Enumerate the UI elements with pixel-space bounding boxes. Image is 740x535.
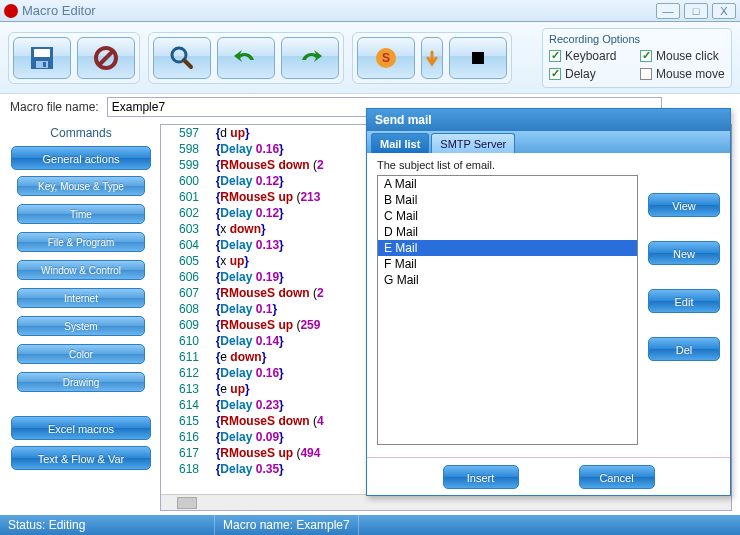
title-bar: Macro Editor — □ X bbox=[0, 0, 740, 22]
svg-line-5 bbox=[99, 51, 113, 65]
recording-options: Recording Options ✓Keyboard ✓Mouse click… bbox=[542, 28, 732, 88]
sidebar-item-key-mouse-type[interactable]: Key, Mouse & Type bbox=[17, 176, 145, 196]
recording-options-legend: Recording Options bbox=[549, 33, 725, 45]
checkbox-mouse-click[interactable]: ✓Mouse click bbox=[640, 49, 725, 63]
record-icon: S bbox=[372, 44, 400, 72]
list-item[interactable]: G Mail bbox=[378, 272, 637, 288]
sidebar-item-general-actions[interactable]: General actions bbox=[11, 146, 151, 170]
send-mail-dialog: Send mail Mail list SMTP Server The subj… bbox=[366, 108, 731, 496]
sidebar-item-excel-macros[interactable]: Excel macros bbox=[11, 416, 151, 440]
tab-smtp-server[interactable]: SMTP Server bbox=[431, 133, 515, 153]
sidebar-item-color[interactable]: Color bbox=[17, 344, 145, 364]
arrow-down-icon bbox=[425, 44, 439, 72]
toolbar-file-group bbox=[8, 32, 140, 84]
window-controls: — □ X bbox=[656, 3, 736, 19]
horizontal-scrollbar[interactable] bbox=[161, 494, 731, 510]
record-button[interactable]: S bbox=[357, 37, 415, 79]
dialog-subject-label: The subject list of email. bbox=[377, 159, 638, 171]
cancel-button[interactable]: Cancel bbox=[579, 465, 655, 489]
scrollbar-thumb[interactable] bbox=[177, 497, 197, 509]
list-item[interactable]: E Mail bbox=[378, 240, 637, 256]
macro-file-label: Macro file name: bbox=[10, 100, 99, 114]
redo-icon bbox=[296, 44, 324, 72]
dialog-tabs: Mail list SMTP Server bbox=[367, 131, 730, 153]
edit-button[interactable]: Edit bbox=[648, 289, 720, 313]
save-icon bbox=[28, 44, 56, 72]
toolbar-record-group: S bbox=[352, 32, 512, 84]
list-item[interactable]: C Mail bbox=[378, 208, 637, 224]
mail-listbox[interactable]: A MailB MailC MailD MailE MailF MailG Ma… bbox=[377, 175, 638, 445]
dialog-title: Send mail bbox=[367, 109, 730, 131]
minimize-button[interactable]: — bbox=[656, 3, 680, 19]
redo-button[interactable] bbox=[281, 37, 339, 79]
toolbar-tools-group bbox=[148, 32, 344, 84]
app-title: Macro Editor bbox=[22, 3, 96, 18]
save-button[interactable] bbox=[13, 37, 71, 79]
checkbox-delay[interactable]: ✓Delay bbox=[549, 67, 634, 81]
app-icon bbox=[4, 4, 18, 18]
view-button[interactable]: View bbox=[648, 193, 720, 217]
svg-rect-10 bbox=[472, 52, 484, 64]
search-button[interactable] bbox=[153, 37, 211, 79]
sidebar-item-time[interactable]: Time bbox=[17, 204, 145, 224]
sidebar: Commands General actions Key, Mouse & Ty… bbox=[0, 120, 160, 515]
svg-rect-2 bbox=[36, 61, 48, 68]
tab-mail-list[interactable]: Mail list bbox=[371, 133, 429, 153]
status-macro-name: Macro name: Example7 bbox=[215, 515, 359, 535]
stop-icon bbox=[464, 44, 492, 72]
svg-rect-3 bbox=[43, 62, 46, 67]
status-left: Status: Editing bbox=[0, 515, 215, 535]
new-button[interactable]: New bbox=[648, 241, 720, 265]
list-item[interactable]: F Mail bbox=[378, 256, 637, 272]
undo-button[interactable] bbox=[217, 37, 275, 79]
sidebar-item-internet[interactable]: Internet bbox=[17, 288, 145, 308]
sidebar-item-text-flow-var[interactable]: Text & Flow & Var bbox=[11, 446, 151, 470]
svg-line-7 bbox=[184, 60, 191, 67]
sidebar-item-window-control[interactable]: Window & Control bbox=[17, 260, 145, 280]
del-button[interactable]: Del bbox=[648, 337, 720, 361]
cancel-button[interactable] bbox=[77, 37, 135, 79]
undo-icon bbox=[232, 44, 260, 72]
checkbox-keyboard[interactable]: ✓Keyboard bbox=[549, 49, 634, 63]
list-item[interactable]: A Mail bbox=[378, 176, 637, 192]
stop-button[interactable] bbox=[449, 37, 507, 79]
status-bar: Status: Editing Macro name: Example7 bbox=[0, 515, 740, 535]
search-icon bbox=[168, 44, 196, 72]
list-item[interactable]: D Mail bbox=[378, 224, 637, 240]
sidebar-heading: Commands bbox=[8, 126, 154, 140]
insert-button[interactable]: Insert bbox=[443, 465, 519, 489]
sidebar-item-file-program[interactable]: File & Program bbox=[17, 232, 145, 252]
svg-text:S: S bbox=[382, 51, 390, 65]
toolbar: S Recording Options ✓Keyboard ✓Mouse cli… bbox=[0, 22, 740, 94]
sidebar-item-system[interactable]: System bbox=[17, 316, 145, 336]
svg-rect-1 bbox=[34, 49, 50, 57]
checkbox-mouse-move[interactable]: ✓Mouse move bbox=[640, 67, 725, 81]
record-dropdown[interactable] bbox=[421, 37, 443, 79]
close-button[interactable]: X bbox=[712, 3, 736, 19]
sidebar-item-drawing[interactable]: Drawing bbox=[17, 372, 145, 392]
maximize-button[interactable]: □ bbox=[684, 3, 708, 19]
list-item[interactable]: B Mail bbox=[378, 192, 637, 208]
prohibit-icon bbox=[92, 44, 120, 72]
